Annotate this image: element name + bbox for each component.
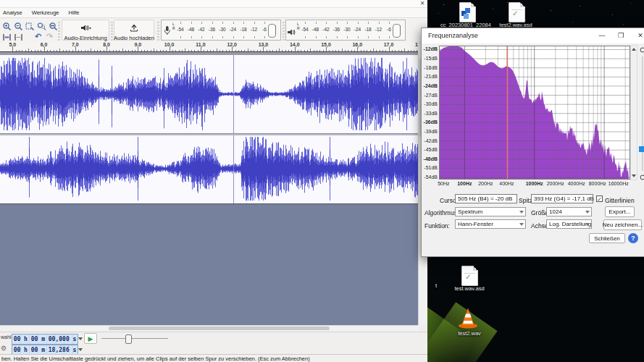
scroll-down-icon[interactable] [632,174,636,177]
toolbar-grip[interactable] [111,20,113,41]
menu-werkzeuge[interactable]: Werkzeuge [32,9,59,16]
time-format-dropdown-icon[interactable] [78,348,83,351]
meter-tick [337,22,338,24]
axis-select[interactable]: Log. Darstellung [546,219,592,229]
scrollbar-corner [418,325,427,332]
fold-corner-icon [471,2,476,7]
meter-zero-line [400,25,401,35]
gridlines-checkbox[interactable]: ✓ [596,195,603,202]
help-button[interactable]: ? [628,233,638,243]
fit-project-button[interactable] [48,21,59,31]
timeline-ruler[interactable]: 5,06,07,08,09,010,011,012,013,014,015,01… [0,42,418,51]
function-select[interactable]: Hann-Fenster [455,219,526,229]
zoom-out-button[interactable] [13,21,24,31]
meter-tick [212,36,213,38]
audio-upload-button[interactable]: Audio hochladen [114,20,154,41]
spectrum-x-tick-label: 100Hz [457,181,472,186]
algorithm-select[interactable]: Spektrum [455,207,526,216]
meter-tick [264,36,265,38]
maximize-icon[interactable]: ❒ [614,30,627,41]
undo-button[interactable]: ↶ [33,31,43,41]
audacity-window: ✕ Analyse Werkzeuge Hilfe [0,0,427,362]
redo-button[interactable]: ↷ [44,31,55,41]
spectrum-y-tick-label: -45dB [422,147,438,152]
slider-thumb[interactable] [125,334,132,344]
toolbar-grip[interactable] [58,20,60,41]
spectrum-y-tick-label: -27dB [422,93,438,98]
ruler-label: 6,0 [41,42,48,47]
upload-icon [130,22,138,35]
microphone-icon [163,25,171,38]
spectrum-plot[interactable] [439,46,630,180]
size-select[interactable]: 1024 [546,207,592,216]
meter-tick [379,36,380,38]
play-speed-slider[interactable] [101,333,168,344]
audacity-titlebar[interactable] [0,0,427,8]
close-icon[interactable]: ✕ [634,30,644,41]
ruler-label: 13,0 [259,42,269,47]
algorithm-value: Spektrum [458,209,482,215]
spectrum-y-tick-label: -30dB [422,101,438,106]
minimize-icon[interactable]: — [595,30,609,41]
spectrum-y-tick-label: -54dB [422,174,438,180]
menu-analyse[interactable]: Analyse [3,9,22,16]
play-at-speed-button[interactable]: ▶ [84,333,97,344]
audio-upload-label: Audio hochladen [114,35,154,41]
zoom-selection-button[interactable] [25,21,35,31]
audio-setup-button[interactable]: Audio-Einrichtung [62,20,109,41]
ruler-label: 10,0 [164,42,175,47]
desktop-icon-label[interactable]: test2.wav [433,330,506,337]
ruler-label: 12,0 [227,42,237,47]
meter-scale-number: -6 [259,27,270,32]
chevron-down-icon [585,211,590,214]
spectrum-y-tick-label: -39dB [422,129,438,134]
export-button[interactable]: Export... [605,206,635,217]
horizontal-scrollbar-thumb[interactable] [109,327,330,330]
spectrum-x-tick-label: 1000Hz [526,181,543,186]
time-format-dropdown-icon[interactable] [78,337,83,340]
chevron-down-icon [519,211,524,214]
audacity-close-icon[interactable]: ✕ [418,0,427,7]
meter-tick [389,22,390,24]
zoom-slider-track[interactable] [642,56,643,171]
toolbar-grip[interactable] [283,20,285,41]
check-icon: ✓ [465,273,471,281]
silence-audio-button[interactable] [13,32,24,42]
desktop-icon-label[interactable]: test.wav.asd [433,285,506,292]
zoom-toggle-button[interactable] [36,21,47,31]
screen: cc_20230801_22084_ ✓ test2.wav.asd ✓ tes… [0,0,644,362]
trim-audio-button[interactable] [1,32,12,42]
peak-value-field[interactable]: 393 Hz (G4) = -17,1 dB [531,194,593,203]
meter-tick [191,22,192,24]
close-button[interactable]: Schließen [589,233,625,243]
meter-tick [389,36,390,38]
zoom-out-icon[interactable] [640,172,644,185]
dialog-plot-scrollbar[interactable] [630,45,637,180]
ruler-label: 5,0 [9,42,16,47]
toolbar-grip[interactable] [157,20,159,41]
function-value: Hann-Fenster [458,221,493,227]
playback-meter[interactable]: LR -54-48-42-36-30-24-18-12-6 [285,20,406,41]
meter-tick [368,36,369,38]
scroll-up-icon[interactable] [632,48,636,51]
spectrum-x-tick-label: 50Hz [438,181,449,186]
selection-start-time[interactable]: 00 h 00 m 00,000 s [12,334,78,345]
gear-icon[interactable]: ⚙ [1,345,7,352]
meter-zero-line [275,25,276,35]
menu-hilfe[interactable]: Hilfe [68,9,79,16]
waveform-tracks[interactable] [0,55,418,203]
stereo-waveform[interactable] [0,55,418,203]
desktop-icon-test2-wav[interactable] [458,307,478,332]
file-icon [459,2,476,22]
zoom-in-button[interactable] [1,21,12,31]
spectrum-x-tick-label: 4000Hz [568,181,585,186]
redraw-button[interactable]: Neu zeichnen... [603,219,642,230]
cursor-value-field[interactable]: 505 Hz (B4) = -20 dB [455,194,517,203]
meter-tick [243,22,244,24]
meter-tick [305,22,306,24]
spectrum-y-tick-label: -51dB [422,165,438,170]
empty-track-area[interactable] [0,204,418,325]
zoom-slider-thumb[interactable] [639,146,644,152]
recording-meter[interactable]: LR -54-48-42-36-30-24-18-12-6 [161,20,281,41]
spectrum-y-tick-label: -18dB [422,65,438,70]
